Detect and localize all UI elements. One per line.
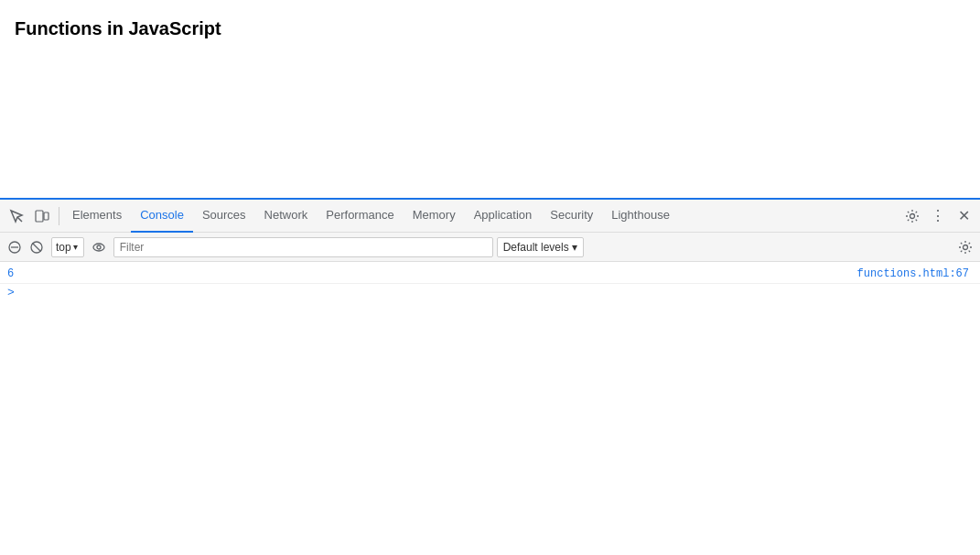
log-source[interactable]: functions.html:67	[857, 267, 969, 280]
tab-security[interactable]: Security	[541, 200, 602, 233]
tab-elements[interactable]: Elements	[63, 200, 131, 233]
devtools-close-icon[interactable]: ✕	[951, 203, 976, 229]
eye-icon[interactable]	[88, 236, 110, 258]
svg-line-7	[33, 243, 41, 251]
tab-network[interactable]: Network	[255, 200, 318, 233]
console-output: 6 functions.html:67 >	[0, 262, 980, 555]
clear-console-icon[interactable]	[4, 236, 26, 258]
filter-input[interactable]	[113, 237, 493, 257]
devtools-more-icon[interactable]: ⋮	[925, 203, 951, 229]
svg-line-0	[17, 217, 22, 222]
devtools-settings-icon[interactable]	[899, 203, 925, 229]
page-title: Functions in JavaScript	[15, 18, 965, 39]
block-icon[interactable]	[26, 236, 48, 258]
device-toolbar-icon[interactable]	[29, 203, 55, 229]
console-prompt-row: >	[0, 284, 980, 301]
tab-memory[interactable]: Memory	[404, 200, 465, 233]
svg-point-8	[93, 244, 104, 251]
svg-point-3	[910, 213, 915, 218]
console-log-row: 6 functions.html:67	[0, 266, 980, 284]
svg-rect-1	[36, 211, 43, 222]
svg-rect-2	[44, 212, 48, 220]
inspect-element-icon[interactable]	[4, 203, 29, 229]
context-selector[interactable]: top ▾	[51, 237, 84, 257]
console-toolbar: top ▾ Default levels ▾	[0, 233, 980, 262]
tab-sources[interactable]: Sources	[193, 200, 255, 233]
tab-application[interactable]: Application	[465, 200, 542, 233]
svg-point-9	[97, 245, 101, 249]
devtools-panel: Elements Console Sources Network Perform…	[0, 198, 980, 555]
tab-performance[interactable]: Performance	[317, 200, 403, 233]
console-settings-icon[interactable]	[954, 236, 976, 258]
tab-lighthouse[interactable]: Lighthouse	[602, 200, 679, 233]
log-count: 6	[7, 267, 35, 280]
svg-point-10	[964, 245, 968, 249]
devtools-tabs-bar: Elements Console Sources Network Perform…	[0, 200, 980, 233]
toolbar-right-icons: ⋮ ✕	[899, 203, 976, 229]
console-prompt-symbol: >	[7, 286, 15, 299]
log-levels-select[interactable]: Default levels ▾	[497, 237, 584, 257]
tabs-divider	[59, 207, 59, 225]
tab-console[interactable]: Console	[131, 200, 193, 233]
